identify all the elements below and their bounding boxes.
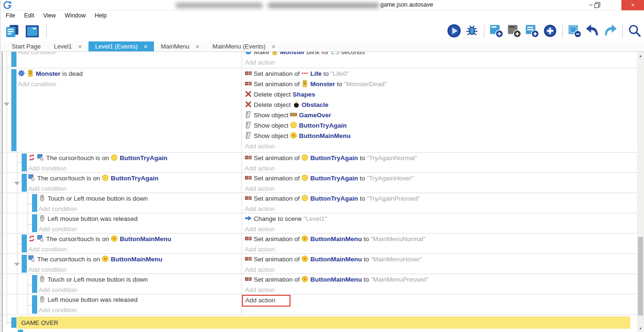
close-icon[interactable]: × bbox=[272, 43, 275, 50]
add-plus-icon[interactable] bbox=[543, 24, 557, 38]
action-line[interactable]: Set animation of ButtonMainMenu to "Main… bbox=[242, 234, 637, 244]
action-line[interactable]: Add action bbox=[242, 244, 637, 255]
conditions-cell[interactable]: Touch or Left mouse button is downAdd co… bbox=[0, 275, 242, 295]
event-row[interactable]: The cursor/touch is on ButtonMainMenuAdd… bbox=[0, 254, 637, 274]
tab-level1-events[interactable]: Level1 (Events)× bbox=[89, 41, 154, 51]
condition-line[interactable]: Touch or Left mouse button is down bbox=[39, 194, 242, 204]
action-line[interactable]: Add action bbox=[242, 295, 637, 305]
tab-mainmenu[interactable]: MainMenu× bbox=[154, 41, 206, 51]
actions-cell[interactable]: Add action bbox=[242, 295, 637, 305]
condition-line[interactable]: Add condition bbox=[18, 52, 242, 57]
menu-item-window[interactable]: Window bbox=[64, 11, 87, 20]
add-condition-button[interactable]: Add condition bbox=[39, 226, 77, 233]
condition-line[interactable]: Add condition bbox=[39, 204, 242, 214]
event-selection-bar[interactable] bbox=[18, 330, 23, 332]
event-row[interactable]: Touch or Left mouse button is downAdd co… bbox=[0, 193, 637, 213]
event-row[interactable]: Left mouse button was releasedAdd condit… bbox=[0, 294, 637, 315]
action-line[interactable]: Set animation of ButtonMainMenu to "Main… bbox=[242, 275, 637, 285]
conditions-cell[interactable]: Left mouse button was releasedAdd condit… bbox=[0, 214, 242, 235]
redo-icon[interactable] bbox=[603, 24, 618, 38]
action-line[interactable]: Set animation of ButtonMainMenu to "Main… bbox=[242, 254, 637, 265]
action-line[interactable]: Set animation of ButtonTryAgain to "TryA… bbox=[242, 153, 637, 163]
scroll-down-icon[interactable]: ▼ bbox=[637, 327, 644, 330]
event-row[interactable]: Touch or Left mouse button is downAdd co… bbox=[0, 274, 637, 294]
add-action-button[interactable]: Add action bbox=[245, 286, 275, 293]
action-line[interactable]: Show object ButtonTryAgain bbox=[242, 121, 637, 131]
add-comment-icon[interactable] bbox=[525, 24, 539, 38]
condition-line[interactable]: Left mouse button was released bbox=[39, 295, 242, 305]
menu-item-file[interactable]: File bbox=[4, 11, 16, 20]
action-line[interactable]: Add action bbox=[242, 204, 637, 214]
menu-item-edit[interactable]: Edit bbox=[23, 11, 36, 20]
conditions-cell[interactable]: Add condition bbox=[0, 52, 242, 57]
add-action-button[interactable]: Add action bbox=[245, 205, 275, 212]
condition-line[interactable]: Add condition bbox=[28, 265, 242, 275]
comment-event[interactable]: GAME OVER bbox=[17, 316, 630, 329]
action-line[interactable]: Add action bbox=[242, 224, 637, 235]
event-selection-bar[interactable] bbox=[11, 317, 16, 328]
tab-mainmenu-events[interactable]: MainMenu (Events)× bbox=[206, 41, 282, 51]
search-icon[interactable] bbox=[628, 24, 642, 38]
action-line[interactable]: Set animation of ButtonTryAgain to "TryA… bbox=[242, 194, 637, 204]
add-action-button[interactable]: Add action bbox=[245, 226, 275, 233]
action-line[interactable]: Set animation of Life to "Life0" bbox=[242, 69, 637, 79]
add-condition-button[interactable]: Add condition bbox=[39, 307, 77, 314]
undo-icon[interactable] bbox=[585, 24, 600, 38]
condition-line[interactable]: Add condition bbox=[39, 224, 242, 235]
add-action-button[interactable]: Add action bbox=[245, 143, 275, 150]
add-action-button[interactable]: Add action bbox=[245, 266, 275, 273]
conditions-cell[interactable]: The cursor/touch is on ButtonTryAgainAdd… bbox=[0, 153, 242, 174]
add-condition-button[interactable]: Add condition bbox=[39, 286, 77, 293]
condition-line[interactable]: The cursor/touch is on ButtonMainMenu bbox=[28, 254, 242, 265]
highlighted-add-action[interactable]: Add action bbox=[242, 295, 290, 307]
condition-line[interactable]: Monster is dead bbox=[18, 69, 242, 79]
event-row[interactable]: The cursor/touch is on ButtonTryAgainAdd… bbox=[0, 153, 637, 173]
vertical-scrollbar[interactable]: ▲ ▼ bbox=[637, 52, 644, 332]
action-line[interactable]: Delete object Obstacle bbox=[242, 100, 637, 110]
menu-item-help[interactable]: Help bbox=[93, 11, 108, 20]
action-line[interactable]: Show object ButtonMainMenu bbox=[242, 131, 637, 141]
condition-line[interactable]: Add condition bbox=[28, 163, 242, 174]
remove-event-icon[interactable] bbox=[567, 24, 582, 38]
event-row[interactable]: Monster is deadAdd conditionSet animatio… bbox=[0, 68, 637, 153]
close-icon[interactable]: × bbox=[144, 43, 147, 50]
action-line[interactable]: Change to scene "Level1" bbox=[242, 214, 637, 224]
add-action-button[interactable]: Add action bbox=[245, 246, 275, 253]
add-condition-button[interactable]: Add condition bbox=[28, 185, 67, 192]
play-icon[interactable] bbox=[447, 24, 461, 38]
restore-button[interactable] bbox=[594, 2, 601, 8]
actions-cell[interactable]: Set animation of ButtonMainMenu to "Main… bbox=[242, 254, 637, 275]
conditions-cell[interactable]: Monster is deadAdd condition bbox=[0, 69, 242, 89]
add-event-icon[interactable] bbox=[489, 24, 504, 38]
actions-cell[interactable]: Set animation of ButtonTryAgain to "TryA… bbox=[242, 194, 637, 214]
add-action-button[interactable]: Add action bbox=[245, 297, 275, 304]
action-line[interactable]: Add action bbox=[242, 184, 637, 194]
add-condition-button[interactable]: Add condition bbox=[18, 81, 56, 88]
scroll-up-icon[interactable]: ▲ bbox=[637, 54, 644, 57]
condition-line[interactable]: Touch or Left mouse button is down bbox=[39, 275, 242, 285]
event-row[interactable]: The cursor/touch is on ButtonMainMenuAdd… bbox=[0, 234, 637, 254]
conditions-cell[interactable]: The cursor/touch is on ButtonMainMenuAdd… bbox=[0, 234, 242, 255]
action-line[interactable]: Delete object Shapes bbox=[242, 89, 637, 100]
action-line[interactable]: Add action bbox=[242, 163, 637, 174]
conditions-cell[interactable]: Left mouse button was releasedAdd condit… bbox=[0, 295, 242, 316]
actions-cell[interactable]: Set animation of Life to "Life0"Set anim… bbox=[242, 69, 637, 152]
actions-cell[interactable]: Set animation of ButtonMainMenu to "Main… bbox=[242, 275, 637, 295]
condition-line[interactable]: Add condition bbox=[39, 305, 242, 316]
action-line[interactable]: Add action bbox=[242, 285, 637, 295]
add-action-button[interactable]: Add action bbox=[245, 59, 275, 66]
event-row[interactable]: The cursor/touch is on ButtonTryAgainAdd… bbox=[0, 173, 637, 193]
add-condition-button[interactable]: Add condition bbox=[28, 165, 67, 172]
condition-line[interactable]: Add condition bbox=[28, 244, 242, 255]
tab-start-page[interactable]: Start Page bbox=[5, 41, 47, 51]
conditions-cell[interactable]: Touch or Left mouse button is downAdd co… bbox=[0, 194, 242, 214]
actions-cell[interactable]: Set animation of ButtonTryAgain to "TryA… bbox=[242, 173, 637, 194]
condition-line[interactable]: Add condition bbox=[28, 184, 242, 194]
add-action-button[interactable]: Add action bbox=[245, 185, 275, 192]
add-condition-button[interactable]: Add condition bbox=[28, 246, 67, 253]
actions-cell[interactable]: Make Monster blink for 1.5 secondsAdd ac… bbox=[242, 52, 637, 68]
project-manager-icon[interactable] bbox=[5, 24, 20, 39]
add-condition-button[interactable]: Add condition bbox=[28, 266, 67, 273]
condition-line[interactable]: Left mouse button was released bbox=[39, 214, 242, 224]
action-line[interactable]: Show object GameOver bbox=[242, 110, 637, 121]
